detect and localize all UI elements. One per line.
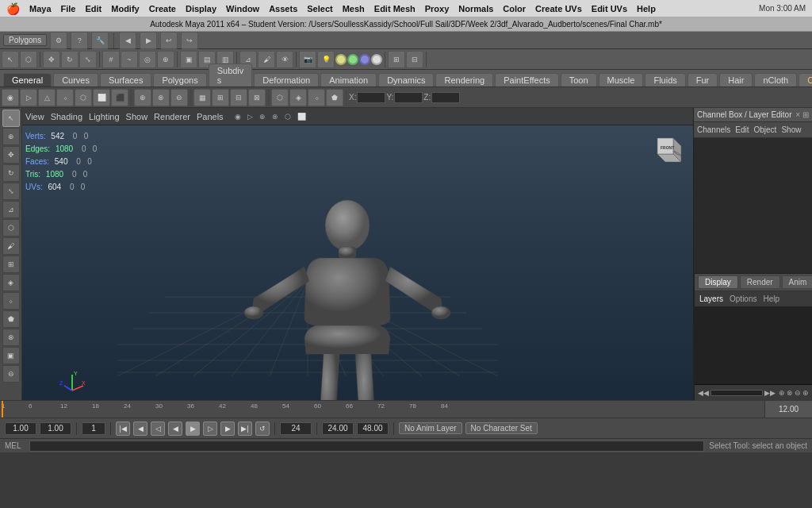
tab-general[interactable]: General: [3, 73, 52, 87]
icon-circle-y[interactable]: [335, 54, 347, 65]
move-tool[interactable]: ✥: [2, 146, 20, 164]
icon-circle-b[interactable]: [359, 54, 370, 65]
vp-menu-show[interactable]: Show: [126, 112, 148, 121]
tab-fluids[interactable]: Fluids: [645, 73, 685, 87]
btn-next-frame[interactable]: ▶: [220, 421, 235, 436]
vp-icon-3[interactable]: ⊕: [259, 113, 266, 121]
viewport[interactable]: View Shading Lighting Show Renderer Pane…: [22, 108, 693, 400]
menu-assets[interactable]: Assets: [269, 4, 297, 13]
playback-speed-input[interactable]: [40, 422, 71, 435]
tb2-icon-10[interactable]: ⊖: [170, 89, 188, 106]
view-cube[interactable]: FRONT RIGHT: [645, 132, 685, 171]
tb2-icon-16[interactable]: ◈: [289, 89, 307, 106]
vp-menu-shading[interactable]: Shading: [51, 112, 82, 121]
vp-menu-lighting[interactable]: Lighting: [89, 112, 120, 121]
tb2-icon-5[interactable]: ⬡: [75, 89, 92, 106]
tb2-icon-9[interactable]: ⊗: [152, 89, 170, 106]
tab-custom[interactable]: Custom: [799, 73, 812, 87]
timeline-area[interactable]: 1 6 12 18 24 30 36 42 48 54 60 66 72 78 …: [0, 400, 812, 418]
tool-lasso[interactable]: ⬡: [20, 51, 37, 68]
tab-toon[interactable]: Toon: [561, 73, 597, 87]
tool-10[interactable]: ◈: [2, 274, 20, 291]
disp-icon-3[interactable]: ⊕: [779, 389, 785, 397]
vp-menu-view[interactable]: View: [25, 112, 44, 121]
menu-display[interactable]: Display: [186, 4, 216, 13]
rotate-tool[interactable]: ↻: [2, 164, 20, 182]
menu-window[interactable]: Window: [226, 4, 259, 13]
menu-help[interactable]: Help: [637, 4, 656, 13]
menu-normals[interactable]: Normals: [458, 4, 493, 13]
character-set-btn[interactable]: No Character Set: [465, 422, 538, 434]
tb2-icon-11[interactable]: ▦: [193, 89, 211, 106]
render-icon[interactable]: ▣: [180, 51, 197, 68]
tool-12[interactable]: ⬟: [2, 310, 20, 328]
cb-channels[interactable]: Channels: [697, 125, 730, 134]
tab-rendering[interactable]: Rendering: [435, 73, 493, 87]
tab-ncloth[interactable]: nCloth: [754, 73, 797, 87]
menu-color[interactable]: Color: [503, 4, 526, 13]
menu-maya[interactable]: Maya: [29, 4, 52, 13]
tab-anim[interactable]: Anim: [782, 275, 812, 289]
btn-next-key[interactable]: ▷: [203, 421, 217, 436]
light-icon[interactable]: 💡: [317, 51, 335, 68]
menu-file[interactable]: File: [61, 4, 76, 13]
vp-icon-6[interactable]: ⬜: [297, 113, 306, 121]
btn-play-fwd[interactable]: ▶: [186, 421, 200, 436]
tab-painteffects[interactable]: PaintEffects: [495, 73, 559, 87]
tab-subdivs[interactable]: Subdiv s: [209, 64, 253, 87]
vp-icon-5[interactable]: ⬡: [285, 113, 291, 121]
timeline-playhead[interactable]: [2, 401, 3, 418]
tab-deformation[interactable]: Deformation: [254, 73, 319, 87]
cb-expand-icon[interactable]: ⊞: [802, 110, 809, 119]
tab-muscle[interactable]: Muscle: [599, 73, 644, 87]
tool-paint[interactable]: 🖌: [258, 51, 275, 68]
snap-point[interactable]: ◎: [139, 51, 156, 68]
coord-z-input[interactable]: [431, 92, 460, 103]
disp-icon-4[interactable]: ⊗: [787, 389, 793, 397]
icon-box[interactable]: ⊞: [388, 51, 405, 68]
tab-display[interactable]: Display: [698, 275, 738, 289]
disp-icon-6[interactable]: ⊕: [802, 389, 809, 397]
tb2-icon-4[interactable]: ⬦: [56, 89, 74, 106]
select-tool[interactable]: ↖: [2, 110, 20, 127]
menu-edit[interactable]: Edit: [85, 4, 102, 13]
cam-icon[interactable]: 📷: [299, 51, 316, 68]
toolbar-icon-2[interactable]: ?: [71, 32, 88, 49]
disp-icon-2[interactable]: ▶▶: [764, 389, 776, 397]
cb-show[interactable]: Show: [781, 125, 801, 134]
tab-hair[interactable]: Hair: [719, 73, 753, 87]
menu-create[interactable]: Create: [149, 4, 176, 13]
coord-x-input[interactable]: [357, 92, 385, 103]
tb2-icon-18[interactable]: ⬟: [326, 89, 343, 106]
dsub-help[interactable]: Help: [763, 294, 779, 303]
icon-circle-w[interactable]: [371, 54, 382, 65]
icon-grid[interactable]: ⊟: [406, 51, 423, 68]
disp-icon-5[interactable]: ⊖: [795, 389, 801, 397]
tab-fur[interactable]: Fur: [688, 73, 718, 87]
menu-proxy[interactable]: Proxy: [425, 4, 450, 13]
tb2-icon-3[interactable]: △: [38, 89, 56, 106]
cb-close-icon[interactable]: ×: [795, 110, 800, 119]
tb2-icon-1[interactable]: ◉: [2, 89, 19, 106]
menu-mesh[interactable]: Mesh: [343, 4, 365, 13]
tb2-icon-12[interactable]: ⊞: [212, 89, 229, 106]
btn-prev-frame[interactable]: ◀: [133, 421, 147, 436]
tb2-icon-7[interactable]: ⬛: [111, 89, 128, 106]
icon-circle-g[interactable]: [347, 54, 358, 65]
tb2-icon-6[interactable]: ⬜: [93, 89, 110, 106]
lasso-tool[interactable]: ⬡: [2, 219, 20, 237]
tool-scale[interactable]: ⤡: [79, 51, 97, 68]
cb-object[interactable]: Object: [754, 125, 777, 134]
tab-polygons[interactable]: Polygons: [153, 73, 206, 87]
anim-end-input[interactable]: [357, 422, 389, 435]
paint-tool[interactable]: 🖌: [2, 237, 20, 255]
workspace-selector[interactable]: Polygons: [3, 34, 47, 46]
tab-render[interactable]: Render: [740, 275, 780, 289]
apple-menu[interactable]: 🍎: [6, 2, 20, 15]
tool-move[interactable]: ✥: [43, 51, 60, 68]
tool-13[interactable]: ⊗: [2, 329, 20, 346]
vp-menu-renderer[interactable]: Renderer: [154, 112, 190, 121]
dsub-layers[interactable]: Layers: [699, 294, 723, 303]
vp-icon-1[interactable]: ◉: [235, 113, 241, 121]
dsub-options[interactable]: Options: [730, 294, 756, 303]
